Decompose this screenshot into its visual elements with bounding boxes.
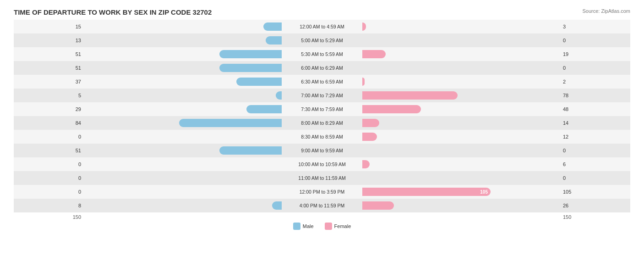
male-bar xyxy=(272,201,282,210)
left-value: 13 xyxy=(14,38,85,43)
female-bar xyxy=(362,22,366,31)
bars-center: 7:30 AM to 7:59 AM xyxy=(85,102,559,116)
time-label: 5:30 AM to 5:59 AM xyxy=(301,51,343,57)
chart-area: 15 12:00 AM to 4:59 AM 3 13 5:00 AM to 5… xyxy=(14,20,630,212)
right-value: 0 xyxy=(559,65,630,71)
legend: Male Female xyxy=(14,223,630,230)
bar-row: 0 8:30 AM to 8:59 AM 12 xyxy=(14,130,630,144)
time-label: 11:00 AM to 11:59 AM xyxy=(298,175,345,181)
male-bar xyxy=(179,119,282,127)
time-label: 5:00 AM to 5:29 AM xyxy=(301,38,343,43)
time-label: 12:00 AM to 4:59 AM xyxy=(300,24,344,29)
right-value: 19 xyxy=(559,51,630,57)
time-label: 4:00 PM to 11:59 PM xyxy=(300,203,345,208)
legend-male-label: Male xyxy=(303,223,314,229)
bar-row: 37 6:30 AM to 6:59 AM 2 xyxy=(14,75,630,89)
male-bar xyxy=(266,36,282,45)
left-value: 15 xyxy=(14,24,85,29)
female-bar xyxy=(362,119,379,127)
bar-row: 0 10:00 AM to 10:59 AM 6 xyxy=(14,157,630,171)
bars-center: 12:00 AM to 4:59 AM xyxy=(85,20,559,33)
time-label: 12:00 PM to 3:59 PM xyxy=(300,189,345,195)
left-value: 29 xyxy=(14,106,85,112)
left-value: 51 xyxy=(14,148,85,153)
bar-row: 0 12:00 PM to 3:59 PM 105 105 xyxy=(14,185,630,199)
bars-center: 5:00 AM to 5:29 AM xyxy=(85,33,559,47)
bars-center: 6:30 AM to 6:59 AM xyxy=(85,75,559,89)
bar-row: 13 5:00 AM to 5:29 AM 0 xyxy=(14,33,630,47)
male-bar xyxy=(236,78,282,86)
left-value: 51 xyxy=(14,65,85,71)
female-bar xyxy=(362,91,458,100)
right-value: 3 xyxy=(559,24,630,29)
right-value: 26 xyxy=(559,203,630,208)
bar-row: 29 7:30 AM to 7:59 AM 48 xyxy=(14,102,630,116)
axis-left: 150 xyxy=(14,214,85,220)
bar-row: 84 8:00 AM to 8:29 AM 14 xyxy=(14,116,630,130)
right-value: 2 xyxy=(559,79,630,84)
right-value: 0 xyxy=(559,38,630,43)
bar-row: 51 6:00 AM to 6:29 AM 0 xyxy=(14,61,630,75)
time-label: 9:00 AM to 9:59 AM xyxy=(301,148,343,153)
legend-male: Male xyxy=(293,223,314,230)
male-bar xyxy=(246,105,282,113)
male-bar xyxy=(219,64,282,72)
left-value: 0 xyxy=(14,175,85,181)
left-value: 8 xyxy=(14,203,85,208)
female-bar xyxy=(362,160,370,168)
bars-center: 11:00 AM to 11:59 AM xyxy=(85,171,559,185)
chart-container: TIME OF DEPARTURE TO WORK BY SEX IN ZIP … xyxy=(0,0,644,273)
bar-row: 51 5:30 AM to 5:59 AM 19 xyxy=(14,47,630,61)
bars-center: 12:00 PM to 3:59 PM 105 xyxy=(85,185,559,199)
male-bar xyxy=(219,50,282,58)
female-bar xyxy=(362,50,386,58)
legend-female-box xyxy=(325,223,332,230)
bars-center: 6:00 AM to 6:29 AM xyxy=(85,61,559,75)
time-label: 8:30 AM to 8:59 AM xyxy=(301,134,343,139)
time-label: 6:00 AM to 6:29 AM xyxy=(301,65,343,71)
time-label: 7:00 AM to 7:29 AM xyxy=(301,93,343,98)
right-value: 12 xyxy=(559,134,630,139)
axis-right: 150 xyxy=(559,214,630,220)
left-value: 5 xyxy=(14,93,85,98)
axis-row: 150 150 xyxy=(14,214,630,220)
female-bar xyxy=(362,78,365,86)
left-value: 0 xyxy=(14,134,85,139)
right-value: 6 xyxy=(559,162,630,167)
legend-female-label: Female xyxy=(334,223,351,229)
bars-center: 5:30 AM to 5:59 AM xyxy=(85,47,559,61)
male-bar xyxy=(276,91,282,100)
female-bar xyxy=(362,133,377,141)
bar-row: 51 9:00 AM to 9:59 AM 0 xyxy=(14,144,630,157)
left-value: 84 xyxy=(14,120,85,126)
left-value: 0 xyxy=(14,189,85,195)
female-bar-wrap: 105 xyxy=(322,188,491,196)
time-label: 6:30 AM to 6:59 AM xyxy=(301,79,343,84)
right-value: 0 xyxy=(559,148,630,153)
right-value: 48 xyxy=(559,106,630,112)
bars-center: 8:00 AM to 8:29 AM xyxy=(85,116,559,130)
bars-center: 10:00 AM to 10:59 AM xyxy=(85,157,559,171)
male-bar xyxy=(219,146,282,155)
female-bar xyxy=(362,201,394,210)
bar-row: 8 4:00 PM to 11:59 PM 26 xyxy=(14,199,630,212)
female-bar xyxy=(362,105,421,113)
bar-row: 15 12:00 AM to 4:59 AM 3 xyxy=(14,20,630,33)
bars-center: 8:30 AM to 8:59 AM xyxy=(85,130,559,144)
right-value: 14 xyxy=(559,120,630,126)
bars-center: 4:00 PM to 11:59 PM xyxy=(85,199,559,212)
time-label: 10:00 AM to 10:59 AM xyxy=(298,162,345,167)
time-label: 7:30 AM to 7:59 AM xyxy=(301,106,343,112)
bars-center: 7:00 AM to 7:29 AM xyxy=(85,89,559,102)
time-label: 8:00 AM to 8:29 AM xyxy=(301,120,343,126)
bar-row: 5 7:00 AM to 7:29 AM 78 xyxy=(14,89,630,102)
right-value: 0 xyxy=(559,175,630,181)
left-value: 51 xyxy=(14,51,85,57)
left-value: 0 xyxy=(14,162,85,167)
chart-title: TIME OF DEPARTURE TO WORK BY SEX IN ZIP … xyxy=(14,8,630,16)
left-value: 37 xyxy=(14,79,85,84)
right-value: 78 xyxy=(559,93,630,98)
right-value: 105 xyxy=(559,189,630,195)
bar-row: 0 11:00 AM to 11:59 AM 0 xyxy=(14,171,630,185)
source-text: Source: ZipAtlas.com xyxy=(582,8,630,14)
